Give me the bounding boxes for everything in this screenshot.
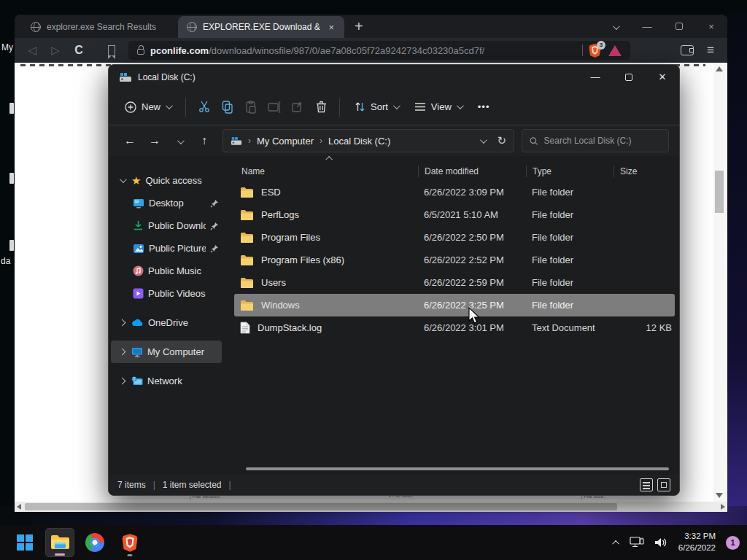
page-vertical-scrollbar[interactable] xyxy=(713,63,726,502)
scroll-right-icon[interactable] xyxy=(721,504,725,510)
breadcrumb-local-disk[interactable]: Local Disk (C:) xyxy=(328,136,390,147)
browser-forward-button[interactable]: ▷ xyxy=(45,44,66,57)
tab-strip: explorer.exe Search Results EXPLORER.EXE… xyxy=(15,15,727,38)
tab-search-chevron-icon[interactable] xyxy=(599,21,631,32)
tab-download-page[interactable]: EXPLORER.EXE Download & Fix Fo × xyxy=(178,16,344,38)
scroll-left-icon[interactable] xyxy=(17,504,21,510)
file-row-program-files[interactable]: Program Files 6/26/2022 2:50 PM File fol… xyxy=(234,226,675,249)
column-header-date[interactable]: Date modified xyxy=(418,166,526,177)
new-label: New xyxy=(142,101,160,112)
clock-time: 3:32 PM xyxy=(678,531,716,542)
taskbar-brave[interactable] xyxy=(115,528,144,557)
sidebar-item-quick-access[interactable]: ★ Quick access xyxy=(111,169,222,192)
brave-shield-icon[interactable]: 3 xyxy=(589,44,601,58)
nav-forward-button[interactable]: → xyxy=(144,134,166,147)
sidebar-item-public-pictures[interactable]: Public Pictures xyxy=(111,237,222,260)
nav-recent-chevron[interactable] xyxy=(169,134,190,147)
address-bar[interactable]: pconlife.com /download/winosfile/987/0/a… xyxy=(128,41,630,60)
cut-button[interactable] xyxy=(193,96,215,118)
tray-overflow-icon[interactable] xyxy=(612,540,619,547)
refresh-icon[interactable]: ↻ xyxy=(497,134,506,147)
browser-back-button[interactable]: ◁ xyxy=(22,44,42,57)
chevron-down-icon[interactable] xyxy=(119,176,126,183)
search-box[interactable] xyxy=(522,129,669,152)
mouse-cursor xyxy=(467,307,481,326)
view-button[interactable]: View xyxy=(407,96,469,117)
chevron-right-icon[interactable] xyxy=(118,319,125,327)
rename-button[interactable] xyxy=(263,96,285,118)
explorer-titlebar: Local Disk (C:) — ✕ xyxy=(109,65,679,89)
breadcrumb[interactable]: › My Computer › Local Disk (C:) ↻ xyxy=(222,129,514,152)
globe-favicon xyxy=(187,22,197,32)
browser-close-button[interactable]: × xyxy=(695,21,727,32)
taskbar-clock[interactable]: 3:32 PM 6/26/2022 xyxy=(678,531,716,553)
share-button[interactable] xyxy=(287,96,309,118)
scroll-up-icon[interactable] xyxy=(716,66,723,71)
computer-icon xyxy=(131,347,143,357)
sidebar-item-my-computer[interactable]: My Computer xyxy=(111,341,222,363)
new-button[interactable]: New xyxy=(117,96,178,118)
divider xyxy=(185,98,186,117)
explorer-minimize-button[interactable]: — xyxy=(578,65,612,89)
browser-minimize-button[interactable]: — xyxy=(631,21,663,32)
scroll-down-icon[interactable] xyxy=(716,493,723,498)
explorer-icon xyxy=(50,534,70,551)
nav-back-button[interactable]: ← xyxy=(119,134,141,147)
sidebar-item-onedrive[interactable]: OneDrive xyxy=(111,311,222,334)
file-row-dumpstack[interactable]: DumpStack.log 6/26/2022 3:01 PM Text Doc… xyxy=(234,316,675,339)
sidebar-item-desktop[interactable]: Desktop xyxy=(111,192,222,214)
page-horizontal-scrollbar[interactable] xyxy=(15,502,727,512)
start-button[interactable] xyxy=(10,528,39,557)
chevron-right-icon[interactable] xyxy=(118,378,125,385)
network-tray-icon[interactable] xyxy=(630,537,644,549)
hamburger-menu-icon[interactable]: ≡ xyxy=(707,43,714,58)
selected-count: 1 item selected xyxy=(163,480,222,490)
chevron-right-icon[interactable] xyxy=(118,349,125,356)
column-header-size[interactable]: Size xyxy=(614,166,672,177)
bookmark-icon[interactable] xyxy=(108,45,115,55)
delete-button[interactable] xyxy=(310,96,332,118)
taskbar-chrome[interactable] xyxy=(80,528,109,557)
shield-badge: 3 xyxy=(597,41,605,50)
breadcrumb-my-computer[interactable]: My Computer xyxy=(257,136,314,147)
taskbar-file-explorer[interactable] xyxy=(45,528,74,557)
notification-badge[interactable]: 1 xyxy=(726,536,740,550)
open-indicator xyxy=(128,554,133,556)
address-dropdown-icon[interactable] xyxy=(480,136,487,144)
scrollbar-thumb[interactable] xyxy=(25,503,617,510)
desktop-icon-fragment xyxy=(9,240,14,251)
column-header-name[interactable]: Name xyxy=(234,166,418,176)
tab-close-icon[interactable]: × xyxy=(327,22,336,33)
sidebar-item-public-downloads[interactable]: Public Downloads xyxy=(111,214,222,237)
sidebar-item-network[interactable]: Network xyxy=(111,370,222,392)
file-row-esd[interactable]: ESD 6/26/2022 3:09 PM File folder xyxy=(234,181,675,203)
copy-button[interactable] xyxy=(217,96,239,119)
list-horizontal-scrollbar[interactable] xyxy=(246,467,669,470)
volume-icon[interactable] xyxy=(654,537,668,548)
details-view-icon[interactable] xyxy=(640,478,653,491)
sidebar-item-public-music[interactable]: Public Music xyxy=(111,260,222,282)
paste-button[interactable] xyxy=(240,96,262,119)
search-input[interactable] xyxy=(544,136,661,146)
nav-up-button[interactable]: ↑ xyxy=(193,134,215,147)
scrollbar-thumb[interactable] xyxy=(715,171,724,213)
pictures-icon xyxy=(133,244,144,254)
file-row-program-files-x86[interactable]: Program Files (x86) 6/26/2022 2:52 PM Fi… xyxy=(234,249,675,271)
explorer-maximize-button[interactable] xyxy=(612,65,646,89)
file-row-windows-selected[interactable]: Windows 6/26/2022 3:25 PM File folder xyxy=(234,294,675,316)
see-more-button[interactable]: ••• xyxy=(471,96,498,117)
wallet-icon[interactable] xyxy=(681,45,694,55)
tab-search-results[interactable]: explorer.exe Search Results xyxy=(22,16,168,38)
browser-reload-button[interactable]: C xyxy=(69,44,89,57)
large-icons-view-icon[interactable] xyxy=(657,478,670,491)
sort-button[interactable]: Sort xyxy=(347,96,406,117)
browser-maximize-button[interactable] xyxy=(663,21,695,32)
sidebar-item-public-videos[interactable]: Public Videos xyxy=(111,282,222,305)
bat-rewards-icon[interactable] xyxy=(608,45,622,56)
explorer-close-button[interactable]: ✕ xyxy=(646,65,679,89)
desktop-icon xyxy=(133,198,144,209)
column-header-type[interactable]: Type xyxy=(526,166,614,177)
file-row-users[interactable]: Users 6/26/2022 2:59 PM File folder xyxy=(234,271,675,294)
new-tab-button[interactable]: + xyxy=(344,18,374,38)
file-row-perflogs[interactable]: PerfLogs 6/5/2021 5:10 AM File folder xyxy=(234,203,675,226)
